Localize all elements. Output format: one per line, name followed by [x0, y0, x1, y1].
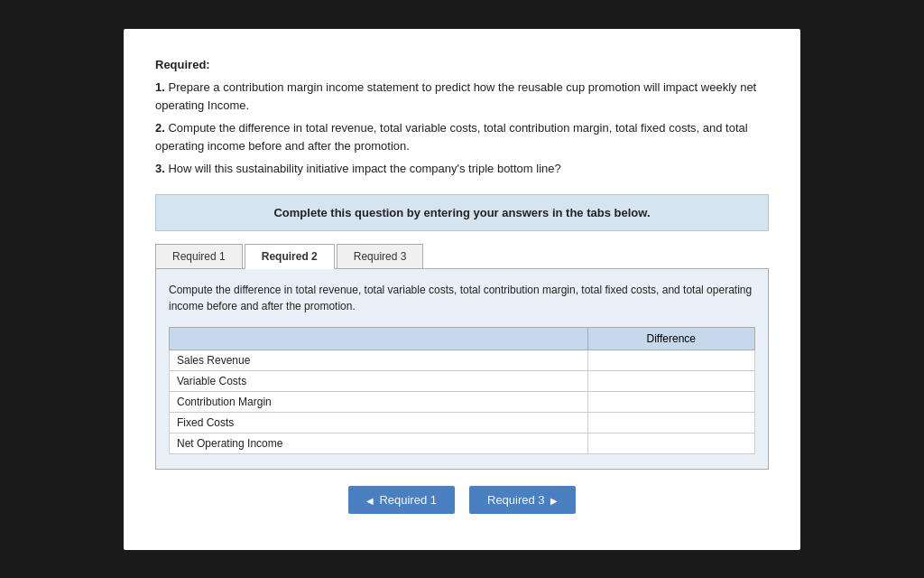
item2-bold: 2. — [155, 121, 165, 135]
row-label-sales: Sales Revenue — [170, 350, 588, 370]
table-row: Sales Revenue — [170, 350, 755, 370]
item2-text: Compute the difference in total revenue,… — [155, 121, 748, 153]
item1-text: Prepare a contribution margin income sta… — [155, 80, 756, 112]
row-input-sales[interactable] — [587, 350, 754, 370]
row-input-variable[interactable] — [587, 370, 754, 391]
table-row: Fixed Costs — [170, 412, 755, 433]
arrow-right-icon — [550, 493, 558, 507]
input-variable-costs[interactable] — [588, 371, 754, 391]
instruction-item2: 2. Compute the difference in total reven… — [155, 119, 769, 154]
row-label-variable: Variable Costs — [170, 370, 588, 391]
arrow-left-icon — [366, 493, 374, 507]
main-card: Required: 1. Prepare a contribution marg… — [124, 29, 800, 550]
table-row: Contribution Margin — [170, 391, 755, 412]
instructions: Required: 1. Prepare a contribution marg… — [155, 56, 769, 178]
input-fixed-costs[interactable] — [588, 413, 754, 433]
tab-description: Compute the difference in total revenue,… — [169, 282, 755, 314]
table-empty-header — [170, 327, 588, 350]
row-input-net[interactable] — [587, 433, 754, 453]
table-diff-header: Difference — [587, 327, 754, 350]
tab-content: Compute the difference in total revenue,… — [155, 269, 769, 470]
next-label: Required 3 — [487, 493, 545, 507]
banner-text: Complete this question by entering your … — [273, 206, 650, 219]
table-row: Variable Costs — [170, 370, 755, 391]
item3-bold: 3. — [155, 162, 165, 175]
difference-table: Difference Sales Revenue Variable Costs … — [169, 327, 755, 454]
row-input-fixed[interactable] — [587, 412, 754, 433]
required-header: Required: — [155, 56, 769, 74]
input-contribution-margin[interactable] — [588, 392, 754, 412]
item1-bold: 1. — [155, 80, 165, 94]
table-row: Net Operating Income — [170, 433, 755, 453]
complete-banner: Complete this question by entering your … — [155, 194, 769, 231]
instruction-item3: 3. How will this sustainability initiati… — [155, 160, 769, 178]
row-label-net: Net Operating Income — [170, 433, 588, 453]
input-sales-revenue[interactable] — [588, 350, 754, 370]
tabs-container: Required 1 Required 2 Required 3 — [155, 244, 769, 269]
item3-text: How will this sustainability initiative … — [165, 162, 561, 175]
tab-required3[interactable]: Required 3 — [337, 244, 424, 268]
row-label-contribution: Contribution Margin — [170, 391, 588, 412]
instruction-item1: 1. Prepare a contribution margin income … — [155, 79, 769, 114]
prev-label: Required 1 — [379, 493, 437, 507]
row-label-fixed: Fixed Costs — [170, 412, 588, 433]
prev-button[interactable]: Required 1 — [348, 486, 455, 514]
nav-buttons: Required 1 Required 3 — [155, 486, 769, 514]
next-button[interactable]: Required 3 — [469, 486, 576, 514]
input-net-income[interactable] — [588, 434, 754, 453]
tab-required2[interactable]: Required 2 — [245, 244, 335, 269]
row-input-contribution[interactable] — [587, 391, 754, 412]
required-bold: Required: — [155, 58, 210, 71]
tab-required1[interactable]: Required 1 — [155, 244, 243, 268]
